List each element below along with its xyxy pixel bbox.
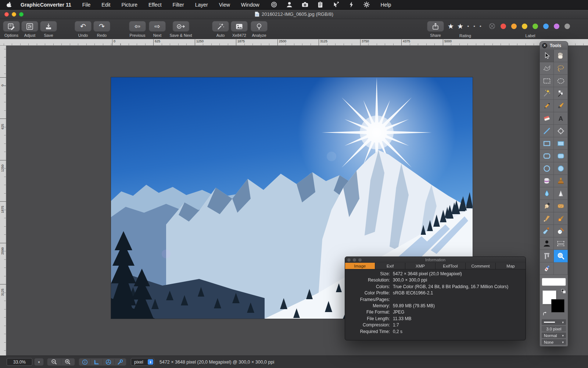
auto-button[interactable]: Auto: [212, 21, 229, 38]
camera-menu-icon[interactable]: [301, 1, 309, 8]
tools-palette-header[interactable]: × Tools: [540, 42, 568, 50]
label-none-icon[interactable]: [489, 23, 495, 29]
apple-menu[interactable]: [5, 1, 12, 8]
tab-image[interactable]: Image: [345, 263, 375, 269]
pattern-swatch[interactable]: [542, 278, 566, 286]
tool-zoom[interactable]: [554, 250, 568, 262]
zoom-out-button[interactable]: [47, 359, 61, 365]
tool-measure[interactable]: [540, 250, 554, 262]
cursor-share-menu-icon[interactable]: [332, 1, 340, 8]
tab-comment[interactable]: Comment: [466, 263, 496, 269]
adjust-button[interactable]: Adjust: [21, 21, 38, 38]
info-panel-button[interactable]: [79, 359, 90, 365]
star-empty-icon[interactable]: •: [473, 24, 476, 29]
previous-button[interactable]: ⇦ Previous: [129, 21, 146, 38]
menu-layer[interactable]: Layer: [195, 2, 208, 8]
tool-clone-stamp[interactable]: [554, 175, 568, 187]
tab-exiftool[interactable]: ExifTool: [435, 263, 466, 269]
tool-color-picker[interactable]: [554, 225, 568, 237]
label-blue-dot[interactable]: [543, 24, 549, 29]
tool-rectangle-filled[interactable]: [554, 137, 568, 150]
gear-menu-icon[interactable]: [363, 1, 370, 8]
tool-polygon-lasso[interactable]: [540, 62, 554, 75]
tab-xmp[interactable]: XMP: [405, 263, 435, 269]
menu-edit[interactable]: Edit: [101, 2, 110, 8]
tool-silhouette[interactable]: [540, 237, 554, 250]
redo-button[interactable]: ↷ Redo: [93, 21, 110, 38]
unit-dropdown[interactable]: pixel ▲▼: [131, 358, 154, 366]
tool-ellipse[interactable]: [540, 162, 554, 175]
color-panel-button[interactable]: [103, 359, 114, 365]
menu-effect[interactable]: Effect: [148, 2, 162, 8]
tool-watermark[interactable]: WWW: [554, 237, 568, 250]
tool-text[interactable]: A: [554, 112, 568, 125]
tool-ellipse-filled[interactable]: [554, 162, 568, 175]
label-orange-dot[interactable]: [511, 24, 517, 29]
label-purple-dot[interactable]: [554, 24, 559, 29]
zoom-level-field[interactable]: 33.0%: [7, 358, 32, 366]
close-palette-button[interactable]: ×: [542, 43, 547, 48]
tool-magic-wand[interactable]: [540, 87, 554, 100]
menu-app[interactable]: GraphicConverter 11: [21, 2, 71, 8]
clipboard-menu-icon[interactable]: [317, 1, 324, 8]
menu-picture[interactable]: Picture: [121, 2, 137, 8]
tool-ellipse-select[interactable]: [554, 75, 568, 87]
save-button[interactable]: Save: [40, 21, 57, 38]
undo-button[interactable]: ↶ Undo: [75, 21, 92, 38]
zoom-window-button[interactable]: [19, 12, 24, 17]
flash-menu-icon[interactable]: [348, 1, 355, 8]
information-title-bar[interactable]: Information: [345, 257, 526, 263]
rating-control[interactable]: ★ ★ • • •: [448, 22, 482, 30]
zoom-in-button[interactable]: [61, 359, 75, 365]
tab-exif[interactable]: Exif: [375, 263, 405, 269]
blend-mode-dropdown[interactable]: Normal ▾: [542, 332, 566, 338]
tool-fill[interactable]: [540, 175, 554, 187]
user-account-menu-icon[interactable]: [286, 1, 293, 8]
menu-file[interactable]: File: [82, 2, 91, 8]
close-window-button[interactable]: [4, 12, 9, 17]
target-menu-icon[interactable]: [270, 1, 278, 8]
tool-registration[interactable]: [554, 125, 568, 137]
settings-panel-button[interactable]: [115, 359, 126, 365]
zoom-preset-dropdown[interactable]: ▾: [34, 358, 44, 366]
star-empty-icon[interactable]: •: [467, 24, 470, 29]
line-width-selector[interactable]: ▾: [542, 319, 566, 325]
tool-rectangle[interactable]: [540, 137, 554, 150]
tool-rounded-rectangle-filled[interactable]: [554, 150, 568, 162]
menu-window[interactable]: Window: [241, 2, 259, 8]
save-and-next-button[interactable]: Save & Next: [169, 21, 192, 38]
tool-dodge[interactable]: [540, 212, 554, 225]
tool-rounded-rectangle[interactable]: [540, 150, 554, 162]
tab-map[interactable]: Map: [496, 263, 526, 269]
label-red-dot[interactable]: [501, 24, 506, 29]
tool-sponge[interactable]: [554, 200, 568, 212]
tool-burn[interactable]: [554, 212, 568, 225]
tool-brush[interactable]: [554, 100, 568, 112]
tool-select[interactable]: [540, 50, 554, 62]
label-gray-dot[interactable]: [564, 24, 570, 29]
menu-help[interactable]: Help: [381, 2, 391, 8]
star-filled-icon[interactable]: ★: [457, 22, 463, 30]
tool-sharpen[interactable]: [554, 187, 568, 200]
star-filled-icon[interactable]: ★: [448, 22, 454, 30]
menu-view[interactable]: View: [219, 2, 230, 8]
next-button[interactable]: ⇨ Next: [149, 21, 166, 38]
share-button[interactable]: Share: [427, 21, 444, 38]
label-yellow-dot[interactable]: [522, 24, 527, 29]
options-button[interactable]: Options: [3, 21, 20, 38]
menu-filter[interactable]: Filter: [173, 2, 184, 8]
tool-lasso[interactable]: [554, 62, 568, 75]
tool-line[interactable]: [540, 125, 554, 137]
pattern-dropdown[interactable]: None ▾: [542, 339, 566, 345]
label-green-dot[interactable]: [533, 24, 538, 29]
tool-pencil[interactable]: [540, 100, 554, 112]
tool-blur[interactable]: [540, 187, 554, 200]
analyze-button[interactable]: Analyze: [251, 21, 268, 38]
tool-retouch[interactable]: [540, 262, 554, 275]
xe8472-button[interactable]: Xe8472: [231, 21, 248, 38]
minimize-window-button[interactable]: [12, 12, 16, 17]
star-empty-icon[interactable]: •: [479, 24, 482, 29]
mini-colors-icon[interactable]: [561, 289, 566, 294]
tool-eyedropper[interactable]: [540, 225, 554, 237]
background-color-swatch[interactable]: [551, 299, 564, 312]
